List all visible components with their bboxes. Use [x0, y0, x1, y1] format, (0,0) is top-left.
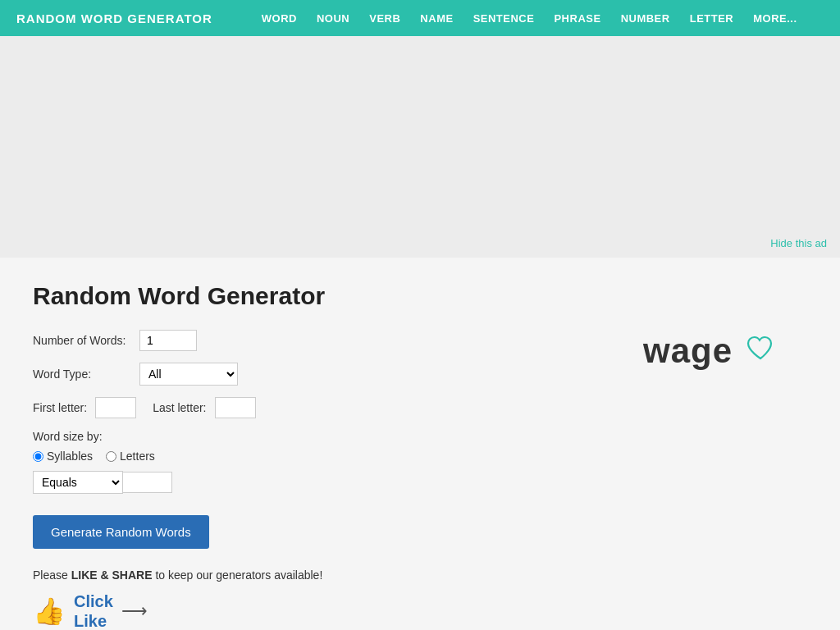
- nav-brand: RANDOM WORD GENERATOR: [16, 11, 212, 25]
- word-size-label: Word size by:: [33, 430, 610, 443]
- word-type-label: Word Type:: [33, 368, 139, 381]
- num-words-group: Number of Words:: [33, 330, 610, 351]
- nav-links: WORD NOUN VERB NAME SENTENCE PHRASE NUMB…: [262, 12, 797, 25]
- ad-banner: Hide this ad: [0, 36, 840, 258]
- syllables-option[interactable]: Syllables: [33, 450, 93, 463]
- navbar: RANDOM WORD GENERATOR WORD NOUN VERB NAM…: [0, 0, 840, 36]
- left-panel: Random Word Generator Number of Words: W…: [33, 282, 610, 630]
- nav-link-more[interactable]: MORE...: [753, 12, 797, 25]
- size-equals-select[interactable]: Equals Less than More than: [33, 471, 123, 494]
- letters-radio[interactable]: [106, 451, 116, 462]
- first-letter-label: First letter:: [33, 401, 87, 414]
- letters-label: Letters: [120, 450, 155, 463]
- nav-link-verb[interactable]: VERB: [369, 12, 400, 25]
- share-bold: LIKE & SHARE: [71, 568, 153, 582]
- nav-link-sentence[interactable]: SENTENCE: [473, 12, 535, 25]
- syllables-label: Syllables: [47, 450, 93, 463]
- arrow-right-icon: ⟶: [121, 600, 148, 622]
- right-panel: wage: [643, 282, 807, 371]
- thumbs-up-icon[interactable]: 👍: [33, 596, 66, 627]
- size-controls: Equals Less than More than: [33, 471, 610, 494]
- nav-link-word[interactable]: WORD: [262, 12, 297, 25]
- main-content: Random Word Generator Number of Words: W…: [0, 258, 840, 630]
- word-type-select[interactable]: All Noun Verb Adjective Adverb: [139, 363, 238, 386]
- num-words-label: Number of Words:: [33, 334, 139, 347]
- nav-link-phrase[interactable]: PHRASE: [554, 12, 600, 25]
- word-size-row: Word size by: Syllables Letters Equals L…: [33, 430, 610, 494]
- letter-row: First letter: Last letter:: [33, 397, 610, 418]
- like-row: 👍 Click Like ⟶: [33, 591, 610, 630]
- nav-link-name[interactable]: NAME: [420, 12, 453, 25]
- generate-button[interactable]: Generate Random Words: [33, 515, 209, 549]
- share-text: Please LIKE & SHARE to keep our generato…: [33, 568, 610, 582]
- share-after: to keep our generators available!: [153, 568, 323, 582]
- first-letter-input[interactable]: [95, 397, 136, 418]
- size-value-input[interactable]: [123, 472, 172, 493]
- syllables-radio[interactable]: [33, 451, 43, 462]
- hide-ad-link[interactable]: Hide this ad: [770, 237, 827, 249]
- word-type-group: Word Type: All Noun Verb Adjective Adver…: [33, 363, 610, 386]
- nav-link-number[interactable]: NUMBER: [621, 12, 670, 25]
- like-label: Like: [74, 611, 113, 630]
- last-letter-input[interactable]: [215, 397, 256, 418]
- heart-icon[interactable]: [746, 335, 775, 368]
- last-letter-label: Last letter:: [153, 401, 206, 414]
- letters-option[interactable]: Letters: [106, 450, 155, 463]
- share-before: Please: [33, 568, 71, 582]
- page-title: Random Word Generator: [33, 282, 610, 310]
- generated-word: wage: [643, 331, 733, 371]
- click-like-text: Click Like: [74, 591, 113, 630]
- nav-link-letter[interactable]: LETTER: [690, 12, 734, 25]
- radio-row: Syllables Letters: [33, 450, 610, 463]
- nav-link-noun[interactable]: NOUN: [317, 12, 349, 25]
- click-label: Click: [74, 591, 113, 611]
- num-words-input[interactable]: [139, 330, 197, 351]
